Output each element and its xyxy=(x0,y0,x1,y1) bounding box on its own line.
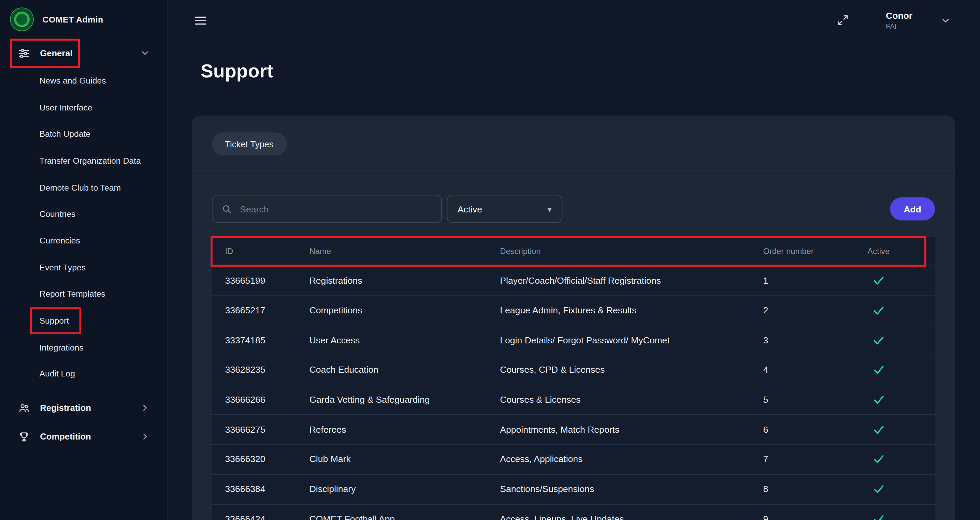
divider xyxy=(192,170,955,171)
user-menu[interactable]: Conor FAI xyxy=(886,11,912,30)
cell-name: Referees xyxy=(310,425,500,434)
table-body: 33665199RegistrationsPlayer/Coach/Offici… xyxy=(212,265,935,520)
sliders-icon xyxy=(18,47,30,59)
cell-order-number: 6 xyxy=(763,425,867,434)
active-check-icon xyxy=(867,364,935,376)
cell-order-number: 3 xyxy=(763,335,867,345)
sidebar-item-currencies[interactable]: Currencies xyxy=(0,227,167,254)
sidebar-item-batch-update[interactable]: Batch Update xyxy=(0,121,167,147)
cell-id: 33666320 xyxy=(212,454,310,464)
main-content: Support Ticket Types Active ▾ xyxy=(167,41,980,520)
sidebar-item-countries[interactable]: Countries xyxy=(0,201,167,227)
fullscreen-expand-icon[interactable] xyxy=(836,14,849,27)
user-name: Conor xyxy=(886,11,912,21)
add-button[interactable]: Add xyxy=(890,197,935,220)
chevron-down-icon xyxy=(140,48,150,58)
cell-name: Disciplinary xyxy=(310,484,500,494)
cell-name: Registrations xyxy=(310,276,500,285)
sidebar-item-audit-log[interactable]: Audit Log xyxy=(0,361,167,387)
sidebar-item-label: Registration xyxy=(40,403,91,413)
cell-description: Courses, CPD & Licenses xyxy=(500,365,763,375)
cell-description: Login Details/ Forgot Password/ MyComet xyxy=(500,335,763,345)
ticket-types-table: ID Name Description Order number Active … xyxy=(212,237,935,520)
page-title: Support xyxy=(200,61,980,82)
table-row[interactable]: 33374185User AccessLogin Details/ Forgot… xyxy=(212,325,935,355)
cell-name: Competitions xyxy=(310,306,500,315)
tab-ticket-types[interactable]: Ticket Types xyxy=(212,132,286,155)
cell-name: COMET Football App xyxy=(310,514,500,520)
chevron-right-icon xyxy=(140,403,150,413)
column-header-name[interactable]: Name xyxy=(310,247,500,256)
people-icon xyxy=(18,402,30,414)
table-header-row: ID Name Description Order number Active xyxy=(212,237,935,265)
table-row[interactable]: 33666320Club MarkAccess, Applications7 xyxy=(212,444,935,474)
chevron-down-icon[interactable] xyxy=(940,15,951,26)
sidebar-item-user-interface[interactable]: User Interface xyxy=(0,94,167,121)
active-check-icon xyxy=(867,483,935,495)
cell-name: Coach Education xyxy=(310,365,500,375)
active-check-icon xyxy=(867,304,935,317)
app-window: COMET Admin General News and GuidesUser … xyxy=(0,0,980,520)
cell-id: 33665217 xyxy=(212,306,310,315)
active-check-icon xyxy=(867,334,935,346)
cell-name: Garda Vetting & Safeguarding xyxy=(310,395,500,405)
cell-id: 33666384 xyxy=(212,484,310,494)
cell-description: League Admin, Fixtures & Results xyxy=(500,306,763,315)
user-organization: FAI xyxy=(886,22,912,30)
sidebar-item-event-types[interactable]: Event Types xyxy=(0,254,167,281)
cell-order-number: 7 xyxy=(763,454,867,464)
cell-order-number: 4 xyxy=(763,365,867,375)
cell-description: Sanctions/Suspensions xyxy=(500,484,763,494)
app-title: COMET Admin xyxy=(43,15,103,24)
search-input[interactable] xyxy=(239,203,433,214)
content-card: Ticket Types Active ▾ Add xyxy=(192,116,955,520)
cell-id: 33666266 xyxy=(212,395,310,405)
sidebar-item-registration[interactable]: Registration xyxy=(0,393,167,422)
cell-order-number: 2 xyxy=(763,306,867,315)
table-row[interactable]: 33628235Coach EducationCourses, CPD & Li… xyxy=(212,355,935,384)
sidebar-item-general[interactable]: General xyxy=(0,39,167,68)
hamburger-menu-icon[interactable] xyxy=(194,14,207,27)
table-row[interactable]: 33666384DisciplinarySanctions/Suspension… xyxy=(212,474,935,504)
active-check-icon xyxy=(867,393,935,406)
cell-id: 33628235 xyxy=(212,365,310,375)
active-check-icon xyxy=(867,512,935,520)
table-row[interactable]: 33666424COMET Football AppAccess, Lineup… xyxy=(212,504,935,520)
cell-order-number: 1 xyxy=(763,276,867,285)
cell-id: 33665199 xyxy=(212,276,310,285)
active-filter-select[interactable]: Active ▾ xyxy=(447,195,563,223)
sidebar-item-news-and-guides[interactable]: News and Guides xyxy=(0,68,167,94)
active-check-icon xyxy=(867,423,935,436)
column-header-id[interactable]: ID xyxy=(212,247,310,256)
trophy-icon xyxy=(18,431,30,442)
column-header-order-number[interactable]: Order number xyxy=(763,247,867,256)
table-row[interactable]: 33665217CompetitionsLeague Admin, Fixtur… xyxy=(212,295,935,325)
sidebar-item-transfer-organization-data[interactable]: Transfer Organization Data xyxy=(0,147,167,174)
cell-order-number: 9 xyxy=(763,514,867,520)
cell-description: Access, Applications xyxy=(500,454,763,464)
sidebar-item-label: Competition xyxy=(40,432,91,442)
active-check-icon xyxy=(867,274,935,287)
table-row[interactable]: 33666266Garda Vetting & SafeguardingCour… xyxy=(212,385,935,414)
sidebar-item-integrations[interactable]: Integrations xyxy=(0,334,167,361)
cell-id: 33374185 xyxy=(212,335,310,345)
sidebar-item-report-templates[interactable]: Report Templates xyxy=(0,281,167,307)
cell-id: 33666424 xyxy=(212,514,310,520)
sidebar-item-support[interactable]: Support xyxy=(0,308,167,334)
chevron-right-icon xyxy=(140,432,150,442)
column-header-active[interactable]: Active xyxy=(867,247,935,256)
comet-logo xyxy=(10,8,34,32)
table-row[interactable]: 33666275RefereesAppointments, Match Repo… xyxy=(212,414,935,444)
search-box[interactable] xyxy=(212,195,442,223)
sidebar: COMET Admin General News and GuidesUser … xyxy=(0,0,167,520)
cell-description: Access, Lineups, Live Updates xyxy=(500,514,763,520)
sidebar-item-label: General xyxy=(40,48,73,58)
sidebar-general-submenu: News and GuidesUser InterfaceBatch Updat… xyxy=(0,68,167,387)
sidebar-item-demote-club-to-team[interactable]: Demote Club to Team xyxy=(0,174,167,201)
sidebar-item-competition[interactable]: Competition xyxy=(0,422,167,451)
column-header-description[interactable]: Description xyxy=(500,247,763,256)
search-icon xyxy=(221,203,232,214)
cell-id: 33666275 xyxy=(212,425,310,434)
cell-description: Appointments, Match Reports xyxy=(500,425,763,434)
table-row[interactable]: 33665199RegistrationsPlayer/Coach/Offici… xyxy=(212,265,935,295)
